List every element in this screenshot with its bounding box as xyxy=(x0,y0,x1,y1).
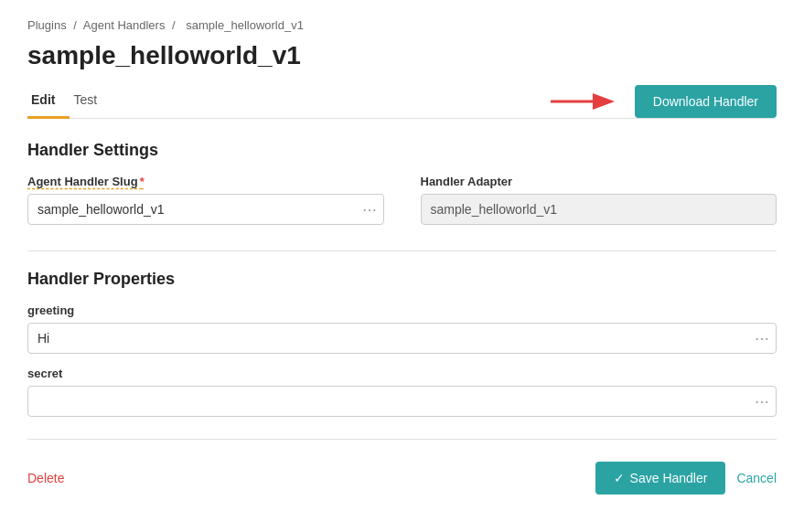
slug-label: Agent Handler Slug* xyxy=(27,175,384,188)
page-title: sample_helloworld_v1 xyxy=(27,41,777,70)
handler-settings-section: Handler Settings Agent Handler Slug* ⋯ H… xyxy=(27,141,777,225)
greeting-label: greeting xyxy=(27,303,777,317)
adapter-input xyxy=(421,194,777,225)
slug-required: * xyxy=(140,175,145,188)
tab-test[interactable]: Test xyxy=(70,85,112,119)
footer-actions: Delete ✓ Save Handler Cancel xyxy=(27,462,777,495)
greeting-input-wrapper: ⋯ xyxy=(27,323,777,354)
slug-input[interactable] xyxy=(27,194,384,225)
delete-button[interactable]: Delete xyxy=(27,463,64,493)
breadcrumb-plugins[interactable]: Plugins xyxy=(27,18,67,32)
download-handler-button[interactable]: Download Handler xyxy=(635,85,777,118)
breadcrumb: Plugins / Agent Handlers / sample_hellow… xyxy=(27,18,777,32)
handler-properties-title: Handler Properties xyxy=(27,270,777,289)
tabs-bar: Edit Test Download Handler xyxy=(27,85,777,119)
adapter-label: Handler Adapter xyxy=(421,175,777,188)
breadcrumb-sep1: / xyxy=(73,18,77,32)
breadcrumb-current: sample_helloworld_v1 xyxy=(186,18,304,32)
handler-properties-section: Handler Properties greeting ⋯ secret ⋯ xyxy=(27,270,777,417)
breadcrumb-sep2: / xyxy=(172,18,176,32)
save-handler-button[interactable]: ✓ Save Handler xyxy=(595,462,726,495)
greeting-input[interactable] xyxy=(27,323,777,354)
save-checkmark-icon: ✓ xyxy=(614,471,625,485)
secret-input[interactable] xyxy=(27,386,777,417)
breadcrumb-agent-handlers[interactable]: Agent Handlers xyxy=(83,18,166,32)
secret-label: secret xyxy=(27,367,777,380)
tabs: Edit Test xyxy=(27,85,112,118)
arrow-indicator xyxy=(547,88,620,115)
save-label: Save Handler xyxy=(630,471,708,485)
download-btn-area: Download Handler xyxy=(547,85,777,118)
right-actions: ✓ Save Handler Cancel xyxy=(595,462,777,495)
adapter-input-wrapper xyxy=(421,194,777,225)
secret-input-wrapper: ⋯ xyxy=(27,386,777,417)
slug-input-wrapper: ⋯ xyxy=(27,194,384,225)
divider-2 xyxy=(27,439,777,440)
settings-row: Agent Handler Slug* ⋯ Handler Adapter xyxy=(27,175,777,225)
cancel-button[interactable]: Cancel xyxy=(736,463,777,493)
slug-field-group: Agent Handler Slug* ⋯ xyxy=(27,175,384,225)
adapter-field-group: Handler Adapter xyxy=(421,175,777,225)
tab-edit[interactable]: Edit xyxy=(27,85,70,119)
divider-1 xyxy=(27,250,777,251)
handler-settings-title: Handler Settings xyxy=(27,141,777,160)
